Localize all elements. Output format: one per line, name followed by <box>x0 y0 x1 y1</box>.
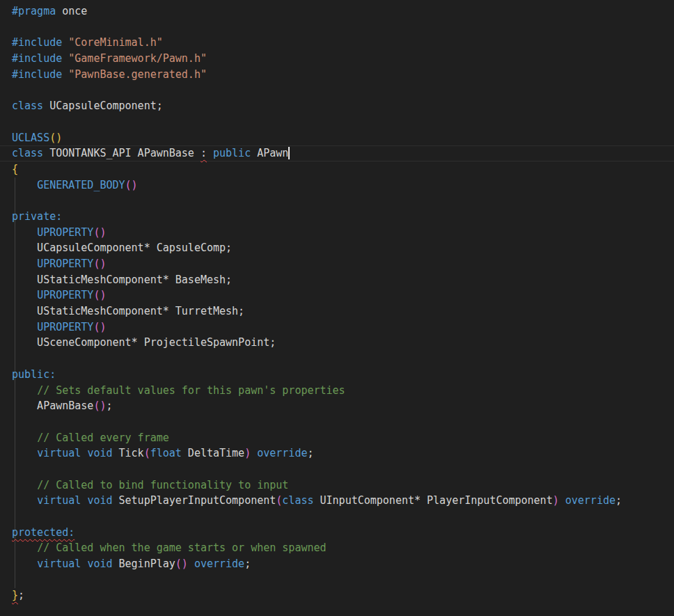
code-line[interactable]: private: <box>0 209 674 225</box>
code-line[interactable]: // Called to bind functionality to input <box>0 477 674 493</box>
code-token: APawnBase <box>12 400 93 412</box>
code-token: // Called every frame <box>37 432 169 444</box>
code-token: void <box>87 494 112 507</box>
code-token: UPROPERTY <box>37 258 93 270</box>
code-token <box>188 558 194 570</box>
code-line[interactable] <box>0 82 674 98</box>
code-line[interactable] <box>0 19 674 35</box>
code-token: DeltaTime <box>182 447 244 459</box>
code-token: class <box>12 100 43 112</box>
code-token <box>559 494 565 507</box>
code-line[interactable] <box>0 414 674 430</box>
code-line[interactable]: }; <box>0 587 674 603</box>
code-token: UCapsuleComponent* CapsuleComp; <box>12 242 232 254</box>
code-token: class <box>12 147 43 159</box>
code-token <box>12 479 37 491</box>
code-token: UPROPERTY <box>37 321 93 333</box>
code-token: UStaticMeshComponent* BaseMesh; <box>12 274 232 286</box>
code-token: UInputComponent* PlayerInputComponent <box>314 494 553 507</box>
screenshot-root: { "colors": { "background": "#1f1f1f", "… <box>0 0 674 616</box>
code-token: ) <box>244 447 251 459</box>
code-token: void <box>87 447 112 459</box>
code-token: () <box>125 179 138 191</box>
code-line[interactable]: // Called every frame <box>0 430 674 446</box>
code-line[interactable]: public: <box>0 367 674 383</box>
code-line[interactable]: virtual void SetupPlayerInputComponent(c… <box>0 493 674 509</box>
code-token: () <box>175 558 188 570</box>
code-line[interactable]: GENERATED_BODY() <box>0 177 674 194</box>
code-token: () <box>93 226 106 239</box>
code-token: UPROPERTY <box>37 226 93 239</box>
code-line[interactable]: UStaticMeshComponent* BaseMesh; <box>0 272 674 288</box>
code-line[interactable] <box>0 461 674 477</box>
code-line[interactable]: #include "GameFramework/Pawn.h" <box>0 51 674 67</box>
code-token: float <box>150 447 182 459</box>
code-line[interactable]: APawnBase(); <box>0 398 674 414</box>
code-line[interactable]: #include "CoreMinimal.h" <box>0 35 674 51</box>
code-line[interactable]: UPROPERTY() <box>0 287 674 303</box>
code-token <box>12 558 37 570</box>
code-line[interactable]: #include "PawnBase.generated.h" <box>0 67 674 83</box>
code-token: ( <box>144 447 150 459</box>
code-line-current[interactable]: class TOONTANKS_API APawnBase : public A… <box>0 145 674 161</box>
code-line[interactable]: UCapsuleComponent* CapsuleComp; <box>0 240 674 256</box>
code-line[interactable]: // Sets default values for this pawn's p… <box>0 383 674 399</box>
code-line[interactable] <box>0 193 674 209</box>
code-line[interactable]: class UCapsuleComponent; <box>0 98 674 114</box>
code-token: "PawnBase.generated.h" <box>68 68 207 81</box>
code-line[interactable]: { <box>0 161 674 177</box>
code-token <box>62 52 68 65</box>
code-token: ; <box>106 400 112 412</box>
code-line[interactable]: UPROPERTY() <box>0 256 674 272</box>
code-line[interactable]: UStaticMeshComponent* TurretMesh; <box>0 303 674 319</box>
code-token: () <box>93 321 106 333</box>
code-token <box>12 179 37 191</box>
code-token: public: <box>12 368 56 381</box>
code-token: () <box>93 258 106 270</box>
code-token: : <box>201 147 207 159</box>
code-token: override <box>194 558 244 570</box>
code-token: "GameFramework/Pawn.h" <box>68 52 207 65</box>
code-token: ; <box>18 589 24 601</box>
code-token <box>12 432 37 444</box>
code-token: () <box>49 132 62 144</box>
code-token: ) <box>553 494 559 507</box>
code-token: SetupPlayerInputComponent <box>113 494 276 507</box>
code-line[interactable]: USceneComponent* ProjectileSpawnPoint; <box>0 335 674 351</box>
code-line[interactable]: // Called when the game starts or when s… <box>0 540 674 556</box>
code-line[interactable] <box>0 509 674 525</box>
code-token: protected: <box>12 526 75 539</box>
code-token: override <box>257 447 307 459</box>
code-token: ( <box>276 494 282 507</box>
code-line[interactable] <box>0 572 674 588</box>
code-token: ; <box>244 558 251 570</box>
code-line[interactable]: UCLASS() <box>0 130 674 146</box>
code-token: "CoreMinimal.h" <box>68 36 162 49</box>
code-line[interactable]: UPROPERTY() <box>0 225 674 241</box>
code-line[interactable]: UPROPERTY() <box>0 319 674 335</box>
code-token: Tick <box>113 447 144 459</box>
code-token: // Called when the game starts or when s… <box>37 542 326 554</box>
code-token: { <box>12 163 18 175</box>
code-token: public <box>213 147 251 159</box>
code-line[interactable]: virtual void BeginPlay() override; <box>0 556 674 572</box>
code-token: GENERATED_BODY <box>37 179 125 191</box>
code-token: virtual <box>37 447 81 459</box>
code-token: () <box>93 400 106 412</box>
code-token: UCLASS <box>12 132 49 144</box>
code-token: BeginPlay <box>113 558 175 570</box>
code-token: // Called to bind functionality to input <box>37 479 288 491</box>
code-token: #include <box>12 52 62 65</box>
code-token: #include <box>12 68 62 81</box>
code-token: once <box>56 5 87 17</box>
code-token: APawn <box>251 147 288 159</box>
code-line[interactable] <box>0 603 674 616</box>
code-line[interactable] <box>0 351 674 367</box>
code-line[interactable]: virtual void Tick(float DeltaTime) overr… <box>0 445 674 461</box>
code-line[interactable]: #pragma once <box>0 3 674 19</box>
code-token: class <box>282 494 313 507</box>
code-editor[interactable]: #pragma once#include "CoreMinimal.h"#inc… <box>0 0 674 616</box>
code-line[interactable] <box>0 114 674 130</box>
code-line[interactable]: protected: <box>0 525 674 541</box>
code-token: UPROPERTY <box>37 289 93 301</box>
